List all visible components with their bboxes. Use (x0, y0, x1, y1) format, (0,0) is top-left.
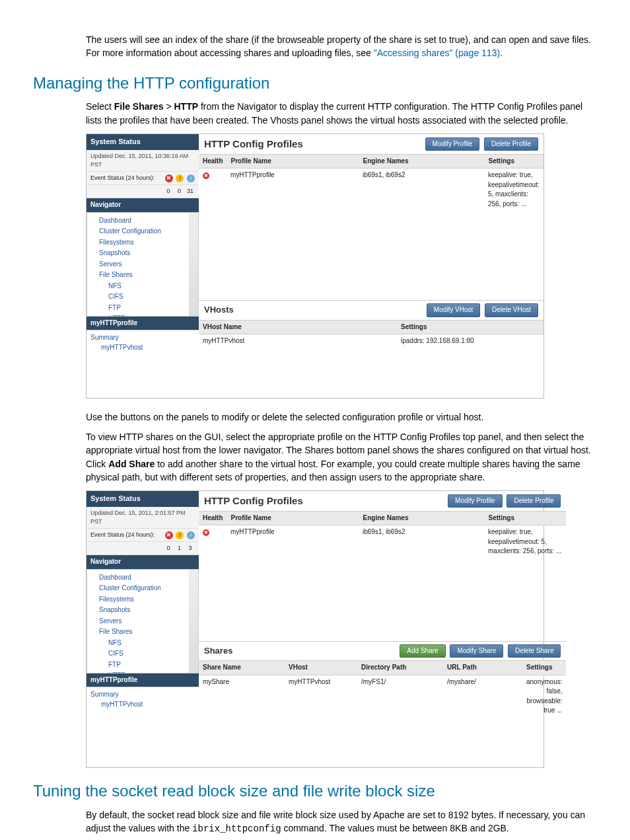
modify-share-button[interactable]: Modify Share (450, 644, 503, 658)
nav-sub-cifs[interactable]: CIFS (90, 648, 195, 660)
col-health: Health (199, 512, 227, 525)
updated-timestamp: Updated Dec. 15, 2011, 2:01:57 PM PST (87, 507, 199, 529)
subnav-summary[interactable]: Summary (90, 690, 195, 700)
cell-settings: keepalive: true, keepalivetimeout: 5, ma… (484, 169, 543, 211)
modify-profile-button[interactable]: Modify Profile (448, 494, 503, 508)
nav-item-cluster[interactable]: Cluster Configuration (90, 583, 195, 594)
col-profile-name: Profile Name (227, 512, 359, 525)
count-info: 31 (186, 187, 195, 196)
cell-engine-names: ib69s1, ib69s2 (359, 169, 484, 211)
col-url-path: URL Path (443, 661, 522, 675)
shares-table-row[interactable]: myShare myHTTPvhost /myFS1/ /myshare/ an… (199, 675, 566, 718)
modify-profile-button[interactable]: Modify Profile (425, 137, 480, 151)
text: The users will see an index of the share… (86, 34, 591, 58)
col-settings: Settings (485, 512, 567, 525)
col-vhost-name: VHost Name (199, 321, 397, 334)
nav-item-fileshares[interactable]: File Shares (90, 627, 195, 638)
info-icon: i (187, 174, 195, 182)
text: to add another share to the virtual host… (86, 459, 580, 482)
scrollbar[interactable] (189, 570, 198, 673)
health-status-icon: ✖ (203, 529, 209, 536)
error-icon: ✖ (165, 174, 173, 182)
cell-engine-names: ib69s1, ib69s2 (359, 525, 484, 558)
nav-sub-nfs[interactable]: NFS (90, 638, 195, 649)
cell-profile-name: myHTTPprofile (227, 525, 359, 558)
nav-sub-http[interactable]: HTTP (90, 670, 195, 673)
nav-item-filesystems[interactable]: Filesystems (90, 594, 195, 605)
link-accessing-shares[interactable]: "Accessing shares" (page 113) (374, 48, 500, 58)
profiles-table-row[interactable]: ✖ myHTTPprofile ib69s1, ib69s2 keepalive… (199, 525, 566, 558)
section1-paragraph: Select File Shares > HTTP from the Navig… (86, 100, 597, 127)
count-warn: 1 (174, 544, 184, 553)
nav-item-snapshots[interactable]: Snapshots (90, 248, 195, 259)
event-counts: 0 0 31 (164, 187, 195, 196)
cell-vhost-name: myHTTPvhost (199, 334, 397, 348)
nav-item-servers[interactable]: Servers (90, 259, 195, 270)
nav-item-dashboard[interactable]: Dashboard (90, 215, 195, 227)
col-share-settings: Settings (522, 661, 566, 675)
empty-area (199, 558, 566, 641)
count-info: 3 (186, 544, 195, 553)
profile-header: myHTTPprofile (87, 317, 199, 330)
col-directory-path: Directory Path (357, 661, 443, 675)
navigator-header: Navigator (87, 198, 199, 212)
subnav-vhost[interactable]: myHTTPvhost (90, 343, 195, 353)
count-error: 0 (164, 187, 173, 196)
subnav-vhost[interactable]: myHTTPvhost (90, 700, 195, 710)
profiles-table-row[interactable]: ✖ myHTTPprofile ib69s1, ib69s2 keepalive… (199, 169, 543, 211)
nav-sub-ftp[interactable]: FTP (90, 303, 195, 314)
profiles-table-header: Health Profile Name Engine Names Setting… (199, 511, 566, 526)
delete-profile-button[interactable]: Delete Profile (484, 137, 538, 151)
navigator-tree[interactable]: Dashboard Cluster Configuration Filesyst… (87, 212, 199, 317)
event-status-icons: ✖ ! i (164, 174, 195, 182)
nav-item-cluster[interactable]: Cluster Configuration (90, 226, 195, 237)
col-share-name: Share Name (199, 661, 285, 675)
text: . (500, 48, 503, 58)
delete-profile-button[interactable]: Delete Profile (507, 494, 561, 508)
nav-sub-http[interactable]: HTTP (90, 313, 195, 317)
subnav-summary[interactable]: Summary (90, 333, 195, 343)
add-share-button[interactable]: Add Share (400, 644, 445, 658)
nav-item-dashboard[interactable]: Dashboard (90, 572, 195, 584)
error-icon: ✖ (165, 531, 173, 539)
nav-item-filesystems[interactable]: Filesystems (90, 237, 195, 248)
event-status-label: Event Status (24 hours): (90, 174, 155, 182)
bold-file-shares: File Shares (114, 101, 164, 112)
cell-settings: keepalive: true, keepalivetimeout: 5, ma… (484, 525, 566, 558)
navigator-tree[interactable]: Dashboard Cluster Configuration Filesyst… (87, 569, 199, 673)
delete-share-button[interactable]: Delete Share (508, 644, 561, 658)
system-status-header: System Status (87, 134, 199, 150)
profile-header: myHTTPprofile (87, 673, 199, 687)
section2-paragraph: By default, the socket read block size a… (86, 808, 597, 836)
event-status-icons: ✖ ! i (164, 531, 195, 539)
mid-paragraph-2: To view HTTP shares on the GUI, select t… (86, 430, 597, 484)
heading-managing-http: Managing the HTTP configuration (33, 72, 597, 95)
cell-share-name: myShare (199, 675, 285, 718)
intro-paragraph: The users will see an index of the share… (86, 33, 597, 60)
cell-directory-path: /myFS1/ (357, 675, 443, 718)
vhosts-table-header: VHost Name Settings (199, 320, 543, 335)
nav-sub-cifs[interactable]: CIFS (90, 291, 195, 303)
nav-sub-nfs[interactable]: NFS (90, 281, 195, 292)
nav-item-snapshots[interactable]: Snapshots (90, 605, 195, 616)
event-counts: 0 1 3 (164, 544, 195, 553)
nav-sub-ftp[interactable]: FTP (90, 660, 195, 671)
mid-paragraph-1: Use the buttons on the panels to modify … (86, 410, 597, 424)
system-status-header: System Status (87, 491, 199, 507)
cell-profile-name: myHTTPprofile (227, 169, 359, 211)
cell-vhost: myHTTPvhost (285, 675, 357, 718)
col-vhost: VHost (285, 661, 357, 675)
col-settings: Settings (485, 155, 543, 169)
event-status-label: Event Status (24 hours): (90, 531, 155, 539)
vhosts-table-row[interactable]: myHTTPvhost ipaddrs: 192.168.69.1:80 (199, 334, 543, 348)
nav-item-servers[interactable]: Servers (90, 616, 195, 627)
col-health: Health (199, 155, 227, 169)
shares-table-header: Share Name VHost Directory Path URL Path… (199, 660, 566, 675)
delete-vhost-button[interactable]: Delete VHost (485, 303, 538, 317)
nav-item-fileshares[interactable]: File Shares (90, 270, 195, 281)
scrollbar[interactable] (189, 213, 198, 316)
modify-vhost-button[interactable]: Modify VHost (427, 303, 480, 317)
text: Select (86, 101, 114, 112)
warning-icon: ! (176, 531, 184, 539)
text: command. The values must be between 8KB … (281, 823, 509, 833)
